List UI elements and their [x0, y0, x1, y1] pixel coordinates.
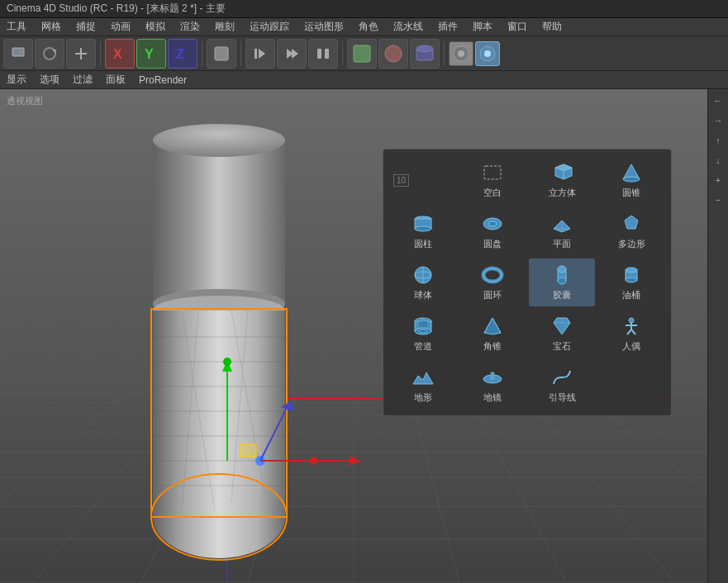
icon-1[interactable] [449, 41, 473, 66]
primitive-plane[interactable]: 平面 [529, 207, 595, 255]
tool-rotate[interactable] [35, 39, 64, 69]
tube-icon [410, 315, 436, 338]
primitive-empty[interactable]: 空白 [459, 156, 526, 204]
menu-item-脚本[interactable]: 脚本 [469, 18, 496, 36]
polygon-icon [618, 212, 645, 235]
tool-move[interactable] [3, 39, 33, 69]
right-toolbar: ← → ↑ ↓ + − [707, 89, 728, 583]
primitive-cone[interactable]: 圆锥 [598, 156, 664, 204]
play-btn3[interactable] [308, 39, 338, 69]
primitive-spline[interactable]: 引导线 [529, 361, 595, 409]
tool-x[interactable]: X [105, 39, 135, 69]
view-right[interactable]: → [710, 112, 726, 129]
svg-point-111 [419, 329, 427, 333]
title-bar: Cinema 4D Studio (RC - R19) - [来标题 2 *] … [0, 0, 728, 18]
svg-point-16 [385, 45, 402, 62]
primitive-sphere[interactable]: 球体 [390, 258, 456, 306]
play-btn1[interactable] [245, 39, 275, 69]
svg-point-48 [153, 124, 285, 157]
gem-icon [549, 315, 575, 338]
cone-label: 圆锥 [622, 187, 640, 199]
primitive-tube[interactable]: 管道 [390, 310, 456, 358]
primitive-disc[interactable]: 圆盘 [459, 207, 526, 255]
primitive-pyramid[interactable]: 角锥 [459, 310, 526, 358]
play-btn2[interactable] [277, 39, 307, 69]
primitives-grid: 10 空白 立方 [390, 156, 664, 409]
svg-point-70 [223, 358, 231, 366]
mirror-icon [479, 366, 506, 389]
sep3 [240, 41, 241, 66]
view-left[interactable]: ← [710, 92, 726, 109]
torus-icon [479, 263, 506, 287]
landscape-icon [410, 366, 436, 389]
subtoolbar-item-ProRender[interactable]: ProRender [136, 73, 190, 88]
capsule-label: 胶囊 [553, 289, 571, 301]
menu-item-运动图形[interactable]: 运动图形 [301, 18, 347, 36]
menu-item-动画[interactable]: 动画 [107, 18, 134, 36]
primitive-oil-tank[interactable]: 油桶 [598, 258, 664, 306]
cube-icon [549, 161, 575, 184]
subtoolbar-item-过滤[interactable]: 过滤 [69, 71, 96, 88]
torus-label: 圆环 [483, 289, 502, 301]
shape-preview-1[interactable] [347, 39, 377, 69]
primitives-panel: 10 空白 立方 [383, 149, 672, 416]
shape-preview-3[interactable] [410, 39, 440, 69]
view-zoom-in[interactable]: + [710, 172, 726, 188]
menu-item-插件[interactable]: 插件 [435, 18, 461, 36]
menu-item-窗口[interactable]: 窗口 [504, 18, 531, 36]
menu-item-雕刻[interactable]: 雕刻 [212, 18, 238, 36]
view-up[interactable]: ↑ [710, 132, 726, 149]
tool-z[interactable]: Z [168, 39, 197, 69]
sep5 [444, 41, 445, 66]
view-down[interactable]: ↓ [710, 152, 726, 168]
menu-item-帮助[interactable]: 帮助 [539, 18, 565, 36]
figure-label: 人偶 [622, 340, 640, 353]
primitive-figure[interactable]: 人偶 [598, 310, 664, 358]
cylinder-icon [410, 212, 436, 235]
menu-item-角色[interactable]: 角色 [355, 18, 382, 36]
svg-point-119 [629, 318, 634, 323]
menu-item-渲染[interactable]: 渲染 [177, 18, 203, 36]
svg-rect-14 [325, 49, 329, 59]
svg-rect-78 [484, 166, 501, 179]
spline-icon [549, 366, 575, 389]
tool-add[interactable] [66, 39, 96, 69]
menu-item-流水线[interactable]: 流水线 [390, 18, 426, 36]
menu-item-网格[interactable]: 网格 [38, 18, 64, 36]
layer-indicator: 10 [390, 156, 456, 204]
subtoolbar-item-选项[interactable]: 选项 [36, 71, 63, 88]
svg-rect-76 [240, 444, 256, 457]
svg-point-105 [626, 277, 637, 282]
svg-text:Z: Z [176, 47, 184, 61]
primitive-capsule[interactable]: 胶囊 [529, 258, 595, 306]
primitive-mirror[interactable]: 地镜 [459, 361, 526, 409]
oil-tank-label: 油桶 [622, 289, 640, 301]
pyramid-icon [479, 315, 506, 338]
primitive-cube[interactable]: 立方体 [529, 156, 595, 204]
icon-active[interactable] [475, 41, 500, 66]
spline-label: 引导线 [549, 391, 576, 404]
svg-text:Y: Y [145, 47, 154, 61]
sphere-label: 球体 [414, 289, 432, 301]
view-zoom-out[interactable]: − [710, 192, 726, 208]
subtoolbar-item-面板[interactable]: 面板 [102, 71, 129, 88]
primitive-gem[interactable]: 宝石 [529, 310, 595, 358]
tool-y[interactable]: Y [136, 39, 166, 69]
plane-label: 平面 [553, 238, 571, 250]
cone-icon [618, 161, 645, 184]
tool-box[interactable] [207, 39, 236, 69]
viewport[interactable]: 透视视图 10 空白 [0, 89, 728, 583]
menu-item-运动跟踪[interactable]: 运动跟踪 [246, 18, 293, 36]
menu-item-模拟[interactable]: 模拟 [142, 18, 169, 36]
svg-marker-10 [259, 49, 265, 59]
menu-item-捕捉[interactable]: 捕捉 [73, 18, 99, 36]
primitive-polygon[interactable]: 多边形 [598, 207, 664, 255]
subtoolbar-item-显示[interactable]: 显示 [3, 71, 30, 88]
primitive-landscape[interactable]: 地形 [390, 361, 456, 409]
shape-preview-2[interactable] [378, 39, 408, 69]
primitive-cylinder[interactable]: 圆柱 [390, 207, 456, 255]
capsule-icon [549, 263, 575, 287]
menu-item-工具[interactable]: 工具 [3, 18, 30, 36]
primitive-torus[interactable]: 圆环 [459, 258, 526, 306]
svg-point-101 [558, 266, 566, 273]
